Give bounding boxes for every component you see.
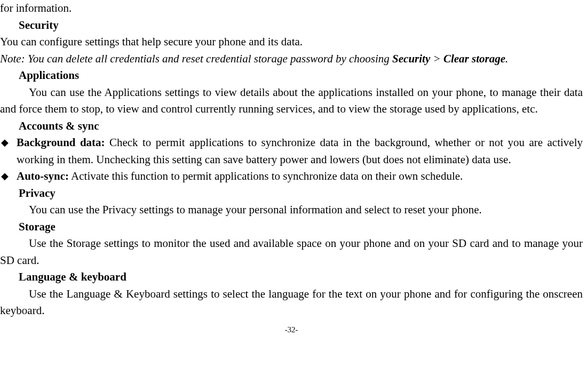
heading-accounts-sync: Accounts & sync (19, 118, 583, 135)
heading-language-keyboard: Language & keyboard (19, 269, 583, 286)
heading-text: Applications (19, 69, 79, 82)
note-text: Note: You can delete all credentials and… (0, 52, 392, 65)
paragraph-language: Use the Language & Keyboard settings to … (0, 286, 583, 319)
heading-storage: Storage (19, 219, 583, 236)
heading-text: Storage (19, 220, 55, 233)
bullet-label: Background data: (17, 136, 105, 149)
paragraph-privacy: You can use the Privacy settings to mana… (29, 202, 583, 219)
note-text: . (505, 52, 508, 65)
note-security-label: Security (392, 52, 430, 65)
heading-privacy: Privacy (19, 185, 583, 202)
bullet-item: ◆ Auto-sync: Activate this function to p… (0, 168, 583, 185)
diamond-bullet-icon: ◆ (1, 168, 9, 185)
note-security: Note: You can delete all credentials and… (0, 51, 583, 68)
heading-applications: Applications (19, 67, 583, 84)
heading-security: Security (19, 17, 583, 34)
diamond-bullet-icon: ◆ (1, 134, 9, 151)
bullet-item: ◆ Background data: Check to permit appli… (0, 134, 583, 168)
bullet-label: Auto-sync: (17, 170, 69, 182)
heading-text: Language & keyboard (19, 270, 126, 283)
heading-text: Security (19, 19, 59, 31)
note-clear-storage-label: Clear storage (443, 52, 505, 65)
heading-text: Accounts & sync (19, 119, 99, 132)
text-line: for information. (0, 0, 583, 17)
heading-text: Privacy (19, 187, 55, 199)
bullet-text: Background data: Check to permit applica… (17, 134, 583, 168)
paragraph-storage: Use the Storage settings to monitor the … (0, 235, 583, 269)
bullet-body: Activate this function to permit applica… (69, 170, 463, 182)
paragraph-security: You can configure settings that help sec… (0, 34, 583, 51)
page-number: -32- (0, 324, 583, 336)
note-text: > (430, 52, 443, 65)
document-page: for information. Security You can config… (0, 0, 587, 335)
bullet-text: Auto-sync: Activate this function to per… (17, 168, 583, 185)
paragraph-applications: You can use the Applications settings to… (0, 84, 583, 118)
